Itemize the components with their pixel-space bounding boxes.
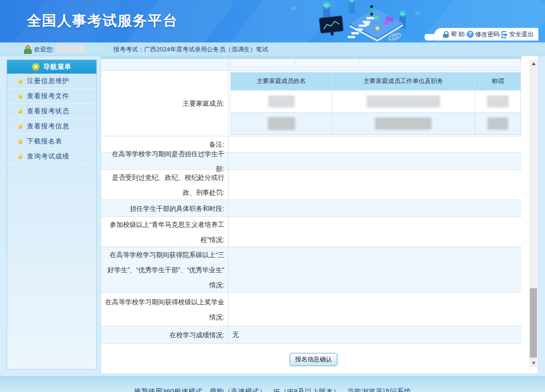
browser-recommendation-text: 推荐使用360极速模式、搜狗（高速模式）、IE（IE8及以上版本）、谷歌浏览器访…: [0, 387, 545, 392]
redacted-workunit: [366, 95, 440, 108]
sidebar-item-label: 查看报考文件: [27, 92, 69, 100]
sidebar-item-exam-results[interactable]: 查询考试成绩: [7, 149, 96, 164]
nav-menu-title: 导航菜单: [43, 63, 72, 71]
form-row-family-members: 主要家庭成员: 主要家庭成员姓名 主要家庭成员工作单位及职务 称谓: [101, 70, 521, 136]
scroll-up-button[interactable]: [529, 60, 537, 67]
user-avatar-icon: [24, 45, 31, 53]
main-content-panel: 主要家庭成员: 主要家庭成员姓名 主要家庭成员工作单位及职务 称谓: [101, 56, 538, 374]
form-row-marxist-program: 参加校级以上“青年马克思主义者培养工程”情况:: [101, 217, 521, 247]
footer: 推荐使用360极速模式、搜狗（高速模式）、IE（IE8及以上版本）、谷歌浏览器访…: [0, 376, 545, 392]
row-label: 是否受到过党纪、政纪、校纪处分或行政、刑事处罚:: [101, 170, 229, 200]
family-table-header: 主要家庭成员姓名 主要家庭成员工作单位及职务 称谓: [231, 73, 520, 90]
logout-icon: [502, 31, 508, 37]
bullet-icon: [18, 94, 22, 98]
exam-label: 报考考试：广西2024年度考试录用公务员（选调生）笔试: [113, 45, 268, 54]
row-value: [229, 292, 521, 326]
form-row-disciplinary: 是否受到过党纪、政纪、校纪处分或行政、刑事处罚:: [101, 169, 521, 200]
row-value: [229, 217, 521, 247]
form-row-cadre-position: 担任学生干部的具体职务和时段:: [101, 200, 521, 217]
sidebar-item-application-info[interactable]: 查看报考信息: [7, 119, 96, 134]
form-row-partial: [101, 59, 521, 70]
question-icon: [467, 31, 474, 38]
row-label: 主要家庭成员:: [101, 71, 229, 136]
logout-label: 安全退出: [509, 30, 534, 39]
row-value: 无: [229, 326, 521, 343]
nav-menu-header[interactable]: 导航菜单: [7, 60, 96, 74]
bullet-icon: [18, 125, 22, 128]
row-value: 主要家庭成员姓名 主要家庭成员工作单位及职务 称谓: [229, 71, 521, 136]
row-label: 在高等学校学习期间获得院系级以上“三好学生”、“优秀学生干部”、“优秀毕业生”情…: [101, 247, 229, 292]
arrow-up-icon: [532, 62, 536, 65]
row-label: 在校学习成绩情况:: [101, 326, 229, 343]
user-name-redacted: [57, 45, 85, 53]
bullet-icon: [18, 109, 22, 113]
bullet-icon: [18, 155, 22, 158]
row-value: [229, 170, 521, 200]
redacted-name: [268, 117, 295, 130]
family-table-row: [231, 90, 520, 112]
row-value: [229, 136, 521, 152]
form-row-scholarship: 在高等学校学习期间获得校级以上奖学金情况:: [101, 292, 521, 326]
redacted-workunit: [375, 117, 432, 130]
family-col-relation: 称谓: [475, 73, 520, 90]
collapse-icon: [32, 63, 40, 71]
help-link-label: 帮 助: [451, 30, 465, 39]
row-value: [229, 153, 521, 169]
scroll-down-button[interactable]: [529, 359, 537, 367]
header: 全国人事考试服务平台 帮 助 修改密码 安全退出: [0, 0, 545, 42]
family-col-workunit: 主要家庭成员工作单位及职务: [332, 73, 475, 90]
scrollbar-thumb[interactable]: [530, 288, 537, 358]
logout-link[interactable]: 安全退出: [502, 30, 534, 39]
sidebar: 导航菜单 注册信息维护 查看报考文件 查看报考状态 查看报考信息 下载报名表 查…: [7, 59, 97, 369]
welcome-greeting: 欢迎您:: [34, 45, 54, 54]
clipped-inner-table: [230, 59, 520, 67]
change-password-label: 修改密码: [475, 30, 500, 39]
row-label: 在高等学校学习期间是否担任过学生干部:: [101, 153, 229, 169]
row-label: [101, 59, 229, 70]
sidebar-item-register-info[interactable]: 注册信息维护: [7, 74, 96, 89]
row-value: [229, 59, 521, 70]
row-value: [229, 247, 521, 292]
family-table-row: [231, 112, 520, 134]
application-form-table: 主要家庭成员: 主要家庭成员姓名 主要家庭成员工作单位及职务 称谓: [101, 59, 521, 344]
confirm-registration-button[interactable]: 报名信息确认: [290, 353, 337, 366]
row-label: 担任学生干部的具体职务和时段:: [101, 200, 229, 217]
redacted-name: [268, 95, 295, 108]
page-title: 全国人事考试服务平台: [27, 11, 178, 31]
family-members-table: 主要家庭成员姓名 主要家庭成员工作单位及职务 称谓: [230, 72, 521, 135]
form-row-academic-record: 在校学习成绩情况: 无: [101, 326, 521, 343]
row-label: 参加校级以上“青年马克思主义者培养工程”情况:: [101, 217, 229, 247]
sidebar-item-label: 注册信息维护: [27, 77, 69, 85]
scrollbar[interactable]: [529, 60, 537, 367]
form-row-honors: 在高等学校学习期间获得院系级以上“三好学生”、“优秀学生干部”、“优秀毕业生”情…: [101, 247, 521, 292]
bullet-icon: [18, 79, 22, 83]
sidebar-item-label: 查看报考状态: [27, 107, 69, 116]
sidebar-item-label: 查询考试成绩: [27, 152, 69, 161]
row-label: 在高等学校学习期间获得校级以上奖学金情况:: [101, 292, 229, 326]
sidebar-item-exam-documents[interactable]: 查看报考文件: [7, 89, 96, 104]
redacted-relation: [487, 117, 508, 130]
header-links-bar: 帮 助 修改密码 安全退出: [434, 28, 538, 41]
help-link[interactable]: 帮 助: [443, 30, 465, 39]
screen: 全国人事考试服务平台 帮 助 修改密码 安全退出 欢迎您: 报考考试：广西202…: [0, 0, 545, 392]
row-value: [229, 200, 521, 217]
bullet-icon: [18, 140, 22, 143]
sidebar-item-application-status[interactable]: 查看报考状态: [7, 104, 96, 119]
change-password-link[interactable]: 修改密码: [467, 30, 500, 39]
sidebar-item-label: 下载报名表: [27, 137, 62, 146]
sidebar-item-download-form[interactable]: 下载报名表: [7, 134, 96, 149]
lock-icon: [443, 31, 449, 38]
header-illustration: [276, 0, 432, 42]
sidebar-item-label: 查看报考信息: [27, 122, 69, 131]
redacted-relation: [487, 95, 509, 108]
family-col-name: 主要家庭成员姓名: [231, 73, 332, 90]
arrow-down-icon: [532, 362, 536, 365]
welcome-bar: 欢迎您: 报考考试：广西2024年度考试录用公务员（选调生）笔试: [0, 42, 545, 56]
form-row-student-cadre: 在高等学校学习期间是否担任过学生干部:: [101, 152, 521, 169]
